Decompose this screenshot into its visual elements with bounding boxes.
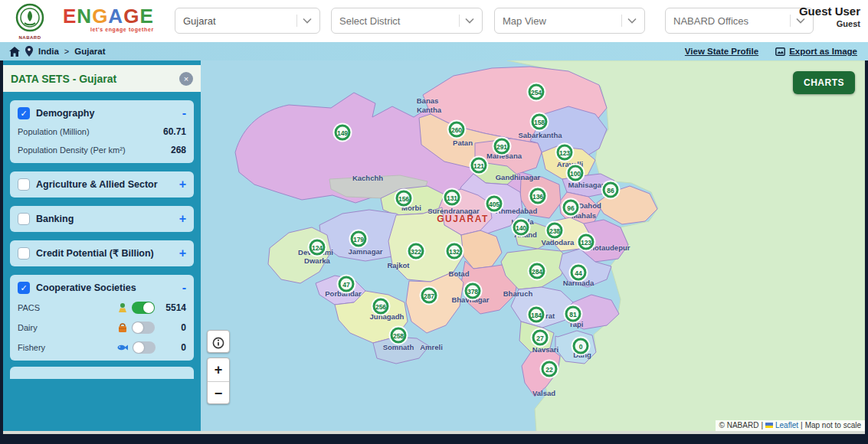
main-content: DATA SETS - Gujarat × ✓ Demography - Pop… [3,60,865,431]
dairy-toggle-off[interactable] [132,322,155,334]
district-marker[interactable]: 123 [578,234,594,250]
district-marker[interactable]: 27 [532,330,549,346]
district-label: Bharuch [503,289,533,298]
district-marker[interactable]: 140 [513,220,529,236]
section-credit-potential: Credit Potential (₹ Billion) + [10,240,194,266]
state-dropdown[interactable]: Gujarat [175,8,320,34]
district-label: Dahod [578,201,601,210]
attribution-separator: | [801,421,803,429]
checkbox-unchecked-icon[interactable] [18,247,30,260]
district-marker[interactable]: 258 [391,328,407,344]
stat-row: Population (Million) 60.71 [18,126,186,138]
nabard-emblem-icon [15,3,44,32]
logo-letter: E [63,5,77,28]
breadcrumb-root[interactable]: India [38,47,59,56]
offices-dropdown[interactable]: NABARD Offices [665,8,814,34]
society-value: 5514 [165,302,186,313]
district-dropdown[interactable]: Select District [331,8,483,34]
zoom-in-button[interactable]: + [208,358,229,381]
district-marker[interactable]: 284 [529,263,545,279]
attribution-copyright: © NABARD [719,421,759,429]
society-label: Fishery [18,343,71,352]
district-label: Botad [449,269,470,278]
bottom-dark-bar [0,434,868,444]
district-marker[interactable]: 156 [396,191,412,207]
district-marker[interactable]: 238 [547,223,563,239]
ukraine-flag-icon [765,423,773,428]
district-marker[interactable]: 132 [447,243,463,260]
district-marker[interactable]: 81 [565,306,581,322]
district-marker[interactable]: 131 [444,190,460,206]
society-label: PACS [18,303,71,312]
map[interactable]: BanasKanthaPatanSabarkanthaMahesanaArava… [201,60,865,431]
map-zoom-control: + − [207,357,230,404]
district-marker[interactable]: 256 [373,299,389,315]
pacs-toggle-on[interactable] [132,302,155,314]
offices-dropdown-value: NABARD Offices [673,15,784,27]
district-marker[interactable]: 405 [486,196,503,212]
section-cooperative-header[interactable]: ✓ Cooperative Societies - [18,282,186,294]
checkbox-unchecked-icon[interactable] [18,213,30,225]
society-row-fishery: Fishery 0 [18,341,186,354]
breadcrumb: India > Gujarat [0,46,106,57]
district-marker[interactable]: 0 [573,338,589,354]
expand-icon[interactable]: + [179,179,186,190]
close-icon[interactable]: × [179,72,193,86]
zoom-out-button[interactable]: − [208,382,229,405]
section-demography-header[interactable]: ✓ Demography - [18,107,186,119]
home-icon[interactable] [9,47,20,57]
district-marker[interactable]: 100 [568,165,584,181]
district-marker[interactable]: 124 [310,240,326,256]
fishery-toggle-off[interactable] [133,341,156,354]
section-credit-potential-header[interactable]: Credit Potential (₹ Billion) + [18,247,186,260]
district-marker[interactable]: 260 [449,122,465,138]
district-marker[interactable]: 158 [532,114,548,130]
district-marker[interactable]: 179 [351,231,367,247]
checkbox-checked-icon[interactable]: ✓ [18,282,30,294]
district-marker[interactable]: 254 [529,84,545,100]
section-banking-header[interactable]: Banking + [18,213,186,225]
view-state-profile-link[interactable]: View State Profile [685,47,758,56]
dropdown-divider [459,15,460,27]
district-marker[interactable]: 322 [408,243,424,260]
datasets-panel-title: DATA SETS - Gujarat [11,73,116,85]
expand-icon[interactable]: + [179,214,186,224]
checkbox-unchecked-icon[interactable] [18,178,30,191]
district-marker[interactable]: 287 [421,288,437,304]
info-icon [212,337,224,349]
view-dropdown-value: Map View [503,15,616,27]
district-marker[interactable]: 184 [529,307,545,323]
breadcrumb-actions: View State Profile Export as Image [685,47,868,56]
collapse-icon[interactable]: - [182,282,186,293]
society-value: 0 [181,342,186,353]
district-marker[interactable]: 121 [471,158,487,174]
checkbox-checked-icon[interactable]: ✓ [18,107,30,119]
district-marker[interactable]: 86 [603,182,619,198]
leaflet-link[interactable]: Leaflet [775,421,798,429]
map-legend-control[interactable] [207,330,230,353]
section-agriculture: Agriculture & Allied Sector + [10,171,194,198]
charts-button[interactable]: CHARTS [793,71,855,94]
district-marker[interactable]: 44 [571,265,587,281]
state-dropdown-value: Gujarat [183,15,291,27]
collapse-icon[interactable]: - [182,108,186,119]
district-marker[interactable]: 123 [557,145,573,161]
district-marker[interactable]: 378 [465,283,481,299]
export-as-image-link[interactable]: Export as Image [775,47,857,56]
section-agriculture-header[interactable]: Agriculture & Allied Sector + [18,178,186,191]
nabard-logo-text: NABARD [12,35,47,40]
user-info[interactable]: Guest User Guest [799,5,860,28]
breadcrumb-current: Gujarat [74,47,105,56]
district-marker[interactable]: 22 [542,361,558,377]
district-label: Sabarkantha [518,131,562,139]
stat-label: Population Density (Per km²) [18,145,133,156]
district-marker[interactable]: 96 [563,200,579,216]
district-marker[interactable]: 149 [335,125,351,141]
stat-row: Population Density (Per km²) 268 [18,145,186,156]
district-marker[interactable]: 291 [494,139,510,155]
expand-icon[interactable]: + [179,248,186,259]
user-name: Guest User [799,5,860,18]
view-dropdown[interactable]: Map View [494,8,645,34]
district-marker[interactable]: 47 [339,276,355,292]
district-marker[interactable]: 136 [530,188,546,204]
